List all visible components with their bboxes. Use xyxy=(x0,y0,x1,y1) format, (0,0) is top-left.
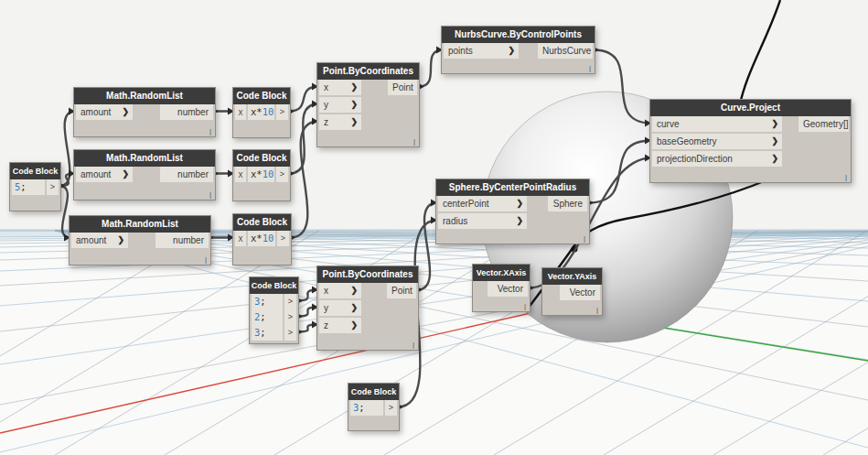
code-expression[interactable]: 5; xyxy=(12,179,45,195)
code-output-port[interactable]: > xyxy=(284,309,296,325)
node-sphere-bycenterpointradius[interactable]: Sphere.ByCenterPointRadiuscenterPoint❯Sp… xyxy=(435,179,590,244)
input-port-radius[interactable]: radius❯ xyxy=(438,213,527,229)
node-code-block-x10-2[interactable]: Code Blockxx*10;> xyxy=(232,149,291,201)
node-title[interactable]: Code Block xyxy=(348,384,399,400)
port-arrow-icon: ❯ xyxy=(117,233,124,248)
input-port-y[interactable]: y❯ xyxy=(319,97,361,113)
code-text: ; xyxy=(260,311,265,322)
node-title[interactable]: Code Block xyxy=(233,214,291,231)
code-expression[interactable]: 3; xyxy=(252,294,283,309)
node-title[interactable]: Code Block xyxy=(10,163,60,179)
code-expression[interactable]: 3; xyxy=(350,400,383,416)
node-curve-project[interactable]: Curve.Projectcurve❯Geometry[]baseGeometr… xyxy=(649,99,852,183)
node-title[interactable]: Code Block xyxy=(250,277,298,294)
input-port-z[interactable]: z❯ xyxy=(319,318,361,333)
node-title[interactable]: Math.RandomList xyxy=(70,216,210,233)
code-output-port[interactable]: > xyxy=(276,104,288,120)
port-arrow-icon: ❯ xyxy=(508,43,515,59)
node-code-block-3[interactable]: Code Block3;> xyxy=(348,383,400,431)
code-text: x* xyxy=(251,168,263,179)
input-port-z[interactable]: z❯ xyxy=(319,114,361,130)
output-port-point[interactable]: Point xyxy=(387,283,416,298)
input-port-amount[interactable]: amount❯ xyxy=(76,167,133,182)
output-port-number[interactable]: number xyxy=(160,167,213,182)
code-output-port[interactable]: > xyxy=(47,179,59,195)
code-expression[interactable]: 3; xyxy=(252,325,283,341)
code-expression[interactable]: x*10; xyxy=(248,231,275,246)
port-label: projectionDirection xyxy=(657,151,782,167)
node-pin-indicator: | xyxy=(413,137,415,146)
output-port-nurbscurve[interactable]: NurbsCurve xyxy=(538,43,593,59)
node-title[interactable]: Point.ByCoordinates xyxy=(317,266,418,283)
node-code-block-x10-1[interactable]: Code Blockxx*10;> xyxy=(232,87,291,138)
input-port-curve[interactable]: curve❯ xyxy=(652,116,782,132)
node-title[interactable]: Point.ByCoordinates xyxy=(317,63,419,80)
output-port-sphere[interactable]: Sphere xyxy=(548,196,587,211)
code-output-port[interactable]: > xyxy=(385,400,397,416)
code-x-input-port[interactable]: x xyxy=(235,231,246,246)
node-vector-xaxis[interactable]: Vector.XAxisVector| xyxy=(472,264,530,312)
output-port-number[interactable]: number xyxy=(160,104,213,120)
node-math-randomlist-2[interactable]: Math.RandomListamount❯number| xyxy=(73,149,216,200)
node-title[interactable]: Code Block xyxy=(233,150,290,167)
node-nurbscurve-bycontrolpoints[interactable]: NurbsCurve.ByControlPointspoints❯NurbsCu… xyxy=(441,26,595,74)
port-arrow-icon: ❯ xyxy=(771,116,778,132)
input-port-x[interactable]: x❯ xyxy=(319,80,361,95)
node-pin-indicator: | xyxy=(584,234,585,243)
node-title[interactable]: Vector.XAxis xyxy=(473,265,530,281)
node-code-block-323[interactable]: Code Block3;>2;>3;> xyxy=(249,276,299,344)
code-output-port[interactable]: > xyxy=(276,167,288,182)
node-title[interactable]: Curve.Project xyxy=(650,100,851,116)
code-output-port[interactable]: > xyxy=(277,231,289,246)
port-arrow-icon: ❯ xyxy=(350,300,358,316)
code-expression[interactable]: x*10; xyxy=(248,167,274,182)
port-arrow-icon: ❯ xyxy=(516,213,523,229)
code-row: xx*10;> xyxy=(235,104,288,120)
node-math-randomlist-1[interactable]: Math.RandomListamount❯number| xyxy=(73,87,216,137)
output-port-vector[interactable]: Vector xyxy=(488,281,528,297)
node-title[interactable]: Math.RandomList xyxy=(74,150,215,167)
port-label: baseGeometry xyxy=(657,134,782,149)
output-port-vector[interactable]: Vector xyxy=(560,285,600,300)
port-row: curve❯Geometry[] xyxy=(652,116,849,132)
output-port-point[interactable]: Point xyxy=(388,80,417,95)
input-port-y[interactable]: y❯ xyxy=(319,300,361,316)
output-port-number[interactable]: number xyxy=(155,233,209,248)
code-x-input-port[interactable]: x xyxy=(235,167,246,182)
input-port-basegeometry[interactable]: baseGeometry❯ xyxy=(652,134,782,149)
code-output-port[interactable]: > xyxy=(284,294,296,309)
code-expression[interactable]: 2; xyxy=(252,309,283,325)
node-code-block-5[interactable]: Code Block5;> xyxy=(9,162,61,211)
code-text: x* xyxy=(251,233,263,244)
node-vector-yaxis[interactable]: Vector.YAxisVector| xyxy=(541,267,603,316)
input-port-amount[interactable]: amount❯ xyxy=(76,104,133,120)
port-arrow-icon: ❯ xyxy=(350,114,358,130)
code-row: xx*10;> xyxy=(235,231,289,246)
port-row: y❯ xyxy=(319,97,417,113)
node-title[interactable]: Code Block xyxy=(233,88,290,104)
code-row: 3;> xyxy=(252,294,296,309)
node-point-bycoordinates-1[interactable]: Point.ByCoordinatesx❯Pointy❯z❯| xyxy=(316,62,420,147)
node-title[interactable]: NurbsCurve.ByControlPoints xyxy=(442,27,595,43)
node-pin-indicator: | xyxy=(596,306,598,314)
input-port-x[interactable]: x❯ xyxy=(319,283,361,298)
output-port-geometry[interactable]: Geometry[] xyxy=(798,116,849,132)
code-x-input-port[interactable]: x xyxy=(235,104,246,120)
node-title[interactable]: Sphere.ByCenterPointRadius xyxy=(436,179,589,196)
node-point-bycoordinates-2[interactable]: Point.ByCoordinatesx❯Pointy❯z❯| xyxy=(316,265,419,351)
node-title[interactable]: Vector.YAxis xyxy=(542,268,602,285)
port-arrow-icon: ❯ xyxy=(122,167,129,182)
input-port-centerpoint[interactable]: centerPoint❯ xyxy=(438,196,527,211)
input-port-projectiondirection[interactable]: projectionDirection❯ xyxy=(652,151,782,167)
node-code-block-x10-3[interactable]: Code Blockxx*10;> xyxy=(232,213,292,265)
node-pin-indicator: | xyxy=(524,302,526,310)
node-title[interactable]: Math.RandomList xyxy=(74,88,215,104)
code-output-port[interactable]: > xyxy=(284,325,296,341)
code-expression[interactable]: x*10; xyxy=(248,104,274,120)
dynamo-workspace[interactable]: Code Block5;>Math.RandomListamount❯numbe… xyxy=(0,0,868,455)
code-number: 10 xyxy=(263,233,274,244)
input-port-amount[interactable]: amount❯ xyxy=(71,233,128,248)
node-math-randomlist-3[interactable]: Math.RandomListamount❯number| xyxy=(69,215,211,265)
code-text: x* xyxy=(251,106,263,117)
input-port-points[interactable]: points❯ xyxy=(444,43,519,59)
